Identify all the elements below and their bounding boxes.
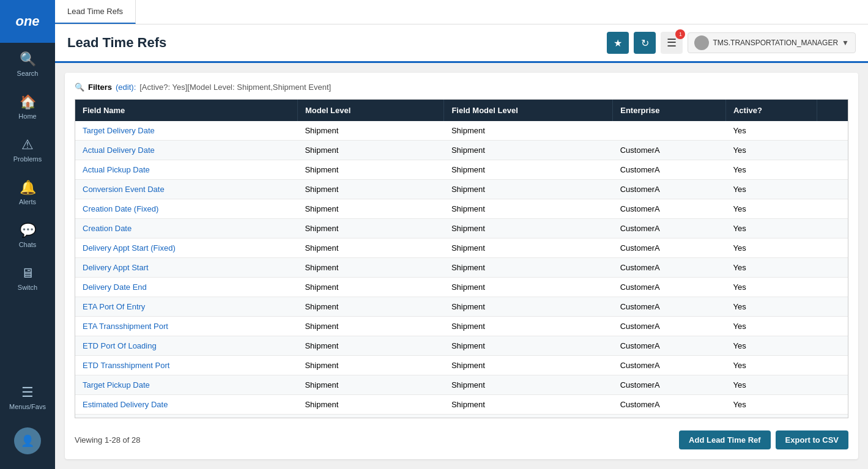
add-lead-time-ref-button[interactable]: Add Lead Time Ref	[679, 430, 771, 449]
cell-enterprise: CustomerA	[613, 297, 726, 317]
user-name-label: TMS.TRANSPORTATION_MANAGER	[713, 39, 838, 47]
sidebar-item-switch[interactable]: 🖥 Switch	[0, 257, 55, 300]
field-name-link[interactable]: ETD Transshipment Port	[83, 361, 169, 370]
cell-active: Yes	[725, 180, 817, 199]
table-row[interactable]: Target Pickup Date Shipment Shipment Cus…	[75, 375, 848, 395]
cell-field-name[interactable]: Delivery Appt Start	[75, 258, 297, 278]
sidebar-item-label: Menus/Favs	[9, 403, 46, 410]
field-name-link[interactable]: Actual Pickup Date	[83, 165, 150, 174]
field-name-link[interactable]: ETA Port Of Entry	[83, 302, 145, 311]
bell-icon: 🔔	[20, 180, 36, 196]
table-row[interactable]: ETD Port Of Loading Shipment Shipment Cu…	[75, 336, 848, 356]
field-name-link[interactable]: Creation Date	[83, 224, 132, 233]
export-csv-button[interactable]: Export to CSV	[776, 430, 848, 449]
field-name-link[interactable]: Delivery Date End	[83, 283, 147, 292]
sidebar-item-label: Search	[17, 70, 39, 77]
search-icon: 🔍	[20, 51, 36, 67]
field-name-link[interactable]: Target Delivery Date	[83, 126, 155, 135]
cell-field-name[interactable]: Estimated Delivery Date	[75, 395, 297, 415]
sidebar: one 🔍 Search 🏠 Home ⚠ Problems 🔔 Alerts …	[0, 0, 55, 469]
table-row[interactable]: Event Date (CusEvent) Shipment Event Shi…	[75, 415, 848, 419]
cell-field-name[interactable]: Actual Pickup Date	[75, 160, 297, 180]
notification-badge: 1	[675, 29, 685, 39]
cell-enterprise: CustomerA	[613, 317, 726, 336]
cell-field-name[interactable]: Delivery Date End	[75, 278, 297, 297]
col-field-model-level: Field Model Level	[444, 100, 613, 121]
table-row[interactable]: Delivery Appt Start Shipment Shipment Cu…	[75, 258, 848, 278]
sidebar-item-label: Home	[18, 113, 36, 120]
sidebar-item-search[interactable]: 🔍 Search	[0, 43, 55, 86]
content-card: 🔍 Filters (edit): [Active?: Yes][Model L…	[65, 73, 858, 459]
field-name-link[interactable]: Target Pickup Date	[83, 380, 150, 390]
table-body: Target Delivery Date Shipment Shipment Y…	[75, 121, 848, 418]
sidebar-item-problems[interactable]: ⚠ Problems	[0, 128, 55, 171]
table-row[interactable]: ETA Port Of Entry Shipment Shipment Cust…	[75, 297, 848, 317]
topbar-tab-lead-time-refs[interactable]: Lead Time Refs	[55, 0, 136, 24]
cell-field-name[interactable]: ETD Port Of Loading	[75, 336, 297, 356]
cell-enterprise: CustomerA	[613, 180, 726, 199]
field-name-link[interactable]: Delivery Appt Start (Fixed)	[83, 243, 176, 253]
cell-field-name[interactable]: Conversion Event Date	[75, 180, 297, 199]
cell-field-name[interactable]: Target Pickup Date	[75, 375, 297, 395]
field-name-link[interactable]: ETD Port Of Loading	[83, 341, 157, 350]
table-row[interactable]: Target Delivery Date Shipment Shipment Y…	[75, 121, 848, 141]
filter-icon: 🔍	[75, 83, 84, 92]
field-name-link[interactable]: Delivery Appt Start	[83, 263, 149, 272]
cell-field-name[interactable]: Target Delivery Date	[75, 121, 297, 141]
cell-field-name[interactable]: Creation Date	[75, 219, 297, 238]
field-name-link[interactable]: ETA Transshipment Port	[83, 322, 168, 331]
sidebar-item-user-avatar[interactable]: 👤	[0, 419, 55, 463]
cell-extra	[817, 238, 848, 258]
topbar: Lead Time Refs	[55, 0, 868, 24]
sidebar-item-alerts[interactable]: 🔔 Alerts	[0, 171, 55, 214]
refresh-button[interactable]: ↻	[634, 32, 656, 54]
cell-extra	[817, 219, 848, 238]
cell-extra	[817, 278, 848, 297]
sidebar-item-home[interactable]: 🏠 Home	[0, 86, 55, 128]
cell-field-name[interactable]: Delivery Appt Start (Fixed)	[75, 238, 297, 258]
table-row[interactable]: Creation Date (Fixed) Shipment Shipment …	[75, 199, 848, 219]
table-row[interactable]: Actual Delivery Date Shipment Shipment C…	[75, 141, 848, 160]
table-row[interactable]: Delivery Appt Start (Fixed) Shipment Shi…	[75, 238, 848, 258]
header-bar: Lead Time Refs ★ ↻ ☰ 1 TMS.TRANSPORTATIO…	[55, 24, 868, 63]
col-actions	[817, 100, 848, 121]
table-row[interactable]: Actual Pickup Date Shipment Shipment Cus…	[75, 160, 848, 180]
table-row[interactable]: Creation Date Shipment Shipment Customer…	[75, 219, 848, 238]
cell-field-name[interactable]: Creation Date (Fixed)	[75, 199, 297, 219]
table-row[interactable]: Conversion Event Date Shipment Shipment …	[75, 180, 848, 199]
cell-field-name[interactable]: ETD Transshipment Port	[75, 356, 297, 375]
field-name-link[interactable]: Creation Date (Fixed)	[83, 204, 158, 213]
sidebar-item-menus[interactable]: ☰ Menus/Favs	[0, 376, 55, 419]
cell-active: Yes	[725, 258, 817, 278]
cell-field-model-level: Shipment	[444, 199, 613, 219]
cell-field-model-level: Shipment	[444, 141, 613, 160]
cell-field-name[interactable]: ETA Transshipment Port	[75, 317, 297, 336]
cell-active: Yes	[725, 375, 817, 395]
field-name-link[interactable]: Conversion Event Date	[83, 185, 165, 194]
cell-field-name[interactable]: ETA Port Of Entry	[75, 297, 297, 317]
table-row[interactable]: Delivery Date End Shipment Shipment Cust…	[75, 278, 848, 297]
notification-button[interactable]: ☰ 1	[661, 32, 683, 54]
filter-edit-link[interactable]: (edit):	[116, 83, 136, 92]
favorite-button[interactable]: ★	[607, 32, 629, 54]
cell-field-model-level: Shipment	[444, 375, 613, 395]
sidebar-item-label: Switch	[18, 284, 37, 291]
home-icon: 🏠	[20, 94, 36, 110]
col-enterprise: Enterprise	[613, 100, 726, 121]
cell-model-level: Shipment	[297, 199, 443, 219]
cell-extra	[817, 317, 848, 336]
table-row[interactable]: ETA Transshipment Port Shipment Shipment…	[75, 317, 848, 336]
sidebar-item-label: Alerts	[19, 198, 36, 205]
app-logo[interactable]: one	[0, 0, 55, 43]
cell-enterprise: CustomerA	[613, 141, 726, 160]
user-selector[interactable]: TMS.TRANSPORTATION_MANAGER ▼	[688, 32, 856, 53]
table-row[interactable]: Estimated Delivery Date Shipment Shipmen…	[75, 395, 848, 415]
field-name-link[interactable]: Estimated Delivery Date	[83, 400, 168, 409]
field-name-link[interactable]: Actual Delivery Date	[83, 146, 155, 155]
table-row[interactable]: ETD Transshipment Port Shipment Shipment…	[75, 356, 848, 375]
sidebar-item-chats[interactable]: 💬 Chats	[0, 214, 55, 257]
cell-field-name[interactable]: Event Date (CusEvent)	[75, 415, 297, 419]
cell-model-level: Shipment	[297, 278, 443, 297]
cell-field-name[interactable]: Actual Delivery Date	[75, 141, 297, 160]
cell-model-level: Shipment	[297, 160, 443, 180]
